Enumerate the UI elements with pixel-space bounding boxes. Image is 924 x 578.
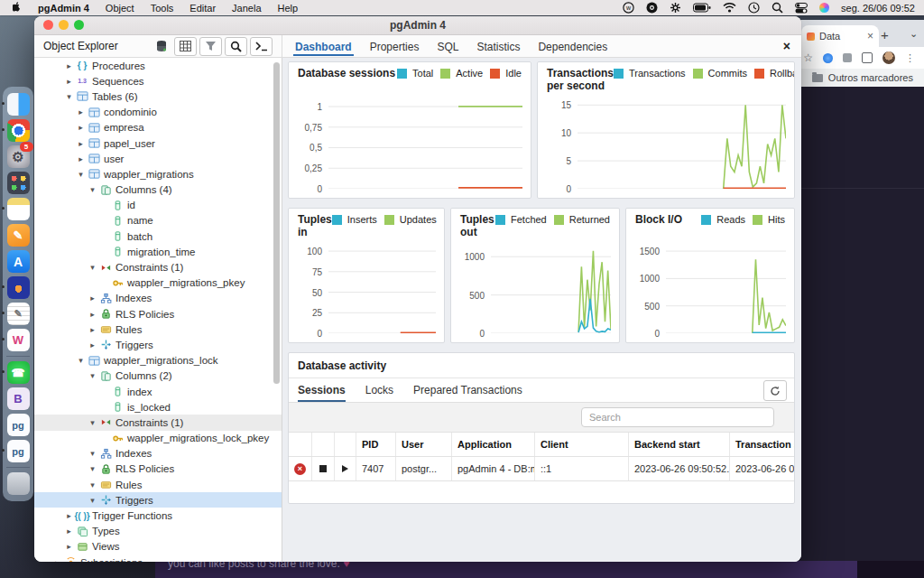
menu-app-name[interactable]: pgAdmin 4 [30, 3, 97, 14]
tree-item-columns-2-[interactable]: ▾Columns (2) [34, 368, 282, 384]
chevron-right-icon[interactable]: ▸ [75, 154, 87, 163]
chevron-down-icon[interactable]: ▾ [87, 496, 98, 505]
tree-item-wappler-migrations-lock-pkey[interactable]: wappler_migrations_lock_pkey [34, 431, 282, 446]
tree-item-tables-6-[interactable]: ▾Tables (6) [34, 89, 282, 104]
chevron-right-icon[interactable]: ▸ [63, 527, 75, 536]
column-header-pid[interactable]: PID [356, 433, 396, 456]
activity-tab-prepared-transactions[interactable]: Prepared Transactions [413, 378, 522, 402]
tree-item-subscriptions[interactable]: ▸Subscriptions [34, 555, 282, 562]
column-header-user[interactable]: User [396, 433, 452, 456]
dock-item-wappler[interactable]: W [7, 329, 30, 351]
wifi-icon[interactable] [723, 3, 736, 13]
tab-statistics[interactable]: Statistics [467, 37, 529, 56]
column-header-transaction-start[interactable]: Transaction start [730, 433, 795, 456]
chevron-right-icon[interactable]: ▸ [87, 294, 98, 303]
menu-item-tools[interactable]: Tools [143, 3, 182, 14]
tree-item-trigger-functions[interactable]: ▸{( )}Trigger Functions [34, 508, 282, 523]
tree-item-index[interactable]: index [34, 384, 282, 399]
battery-icon[interactable] [693, 3, 711, 13]
menu-asterisk-icon[interactable] [670, 2, 681, 14]
stop-icon[interactable] [319, 465, 327, 472]
extension-blue-icon[interactable] [823, 53, 833, 63]
browser-avatar[interactable] [882, 51, 895, 64]
chevron-down-icon[interactable]: ▾ [75, 170, 87, 179]
tree-item-rls-policies[interactable]: ▾RLS Policies [34, 461, 282, 477]
chevron-right-icon[interactable]: ▸ [87, 325, 98, 334]
dock-item-settings[interactable]: ⚙5 [7, 145, 30, 168]
browser-menu-icon[interactable]: ⋮ [905, 52, 915, 64]
chevron-right-icon[interactable]: ▸ [75, 139, 87, 148]
tree-item-indexes[interactable]: ▸Indexes [34, 291, 282, 306]
chevron-right-icon[interactable]: ▸ [63, 61, 75, 70]
tab-list-chevron-icon[interactable]: ⌄ [910, 28, 918, 40]
chevron-down-icon[interactable]: ▾ [63, 92, 75, 101]
column-header-client[interactable]: Client [535, 433, 629, 456]
tree-item-migration-time[interactable]: migration_time [34, 244, 282, 259]
new-tab-button[interactable]: + [881, 27, 889, 42]
tree-item-sequences[interactable]: ▸1.3Sequences [34, 73, 282, 89]
panel-close-icon[interactable]: × [783, 35, 801, 57]
tree-item-types[interactable]: ▸Types [34, 524, 282, 539]
chevron-down-icon[interactable]: ▾ [87, 464, 98, 473]
dock-item-finder[interactable] [7, 93, 30, 116]
chevron-right-icon[interactable]: ▸ [75, 107, 87, 117]
tree-item-papel-user[interactable]: ▸papel_user [34, 135, 282, 151]
dock-item-draw[interactable]: ✎ [7, 224, 30, 247]
zoom-window-button[interactable] [74, 20, 84, 30]
tree-item-id[interactable]: id [34, 198, 282, 213]
activity-tab-sessions[interactable]: Sessions [298, 378, 346, 402]
bookmarks-folder-label[interactable]: Outros marcadores [828, 72, 913, 83]
menu-item-editar[interactable]: Editar [181, 3, 224, 14]
dock-item-app-store[interactable]: A [7, 250, 30, 273]
tab-properties[interactable]: Properties [361, 37, 429, 56]
expand-icon[interactable] [342, 465, 348, 472]
menu-item-janela[interactable]: Janela [224, 3, 269, 14]
search-input[interactable] [581, 407, 774, 427]
tree-item-columns-4-[interactable]: ▾Columns (4) [34, 182, 282, 198]
tree-item-rules[interactable]: ▾Rules [34, 477, 282, 492]
tree-item-condominio[interactable]: ▸condominio [34, 105, 282, 120]
menu-item-help[interactable]: Help [270, 3, 307, 14]
refresh-button[interactable] [763, 380, 787, 401]
tree-item-is-locked[interactable]: is_locked [34, 399, 282, 415]
menu-item-object[interactable]: Object [97, 3, 143, 14]
tree-item-triggers[interactable]: ▸Triggers [34, 337, 282, 352]
tree-item-views[interactable]: ▸Views [34, 539, 282, 555]
tree-item-constraints-1-[interactable]: ▾Constraints (1) [34, 259, 282, 275]
tree-item-triggers[interactable]: ▾Triggers [34, 492, 282, 508]
expand-details-button[interactable] [335, 457, 356, 480]
database-stack-icon[interactable] [151, 38, 171, 55]
tree-item-wappler-migrations-lock[interactable]: ▾wappler_migrations_lock [34, 353, 282, 368]
terminal-icon[interactable] [250, 37, 273, 56]
tree-item-rules[interactable]: ▸Rules [34, 322, 282, 337]
dock-item-audacity[interactable] [7, 276, 30, 299]
chevron-down-icon[interactable]: ▾ [87, 480, 98, 489]
dock-item-bbedit[interactable]: B [7, 387, 30, 410]
dock-item-pgadmin-2[interactable]: pg [7, 440, 30, 462]
spotlight-search-icon[interactable] [772, 2, 783, 14]
close-window-button[interactable] [43, 20, 53, 30]
dock-item-textedit[interactable]: ✎ [7, 303, 30, 325]
tree-item-wappler-migrations-pkey[interactable]: wappler_migrations_pkey [34, 275, 282, 291]
chevron-down-icon[interactable]: ▾ [75, 356, 87, 365]
window-titlebar[interactable]: pgAdmin 4 [34, 16, 801, 35]
column-header-backend-start[interactable]: Backend start [629, 433, 730, 456]
grid-view-icon[interactable] [174, 37, 197, 56]
minimize-window-button[interactable] [59, 20, 69, 30]
search-icon[interactable] [225, 37, 247, 56]
tree-item-wappler-migrations[interactable]: ▾wappler_migrations [34, 166, 282, 182]
menu-clock[interactable]: seg. 26/06 09:52 [841, 3, 915, 14]
tree-item-constraints-1-[interactable]: ▾Constraints (1) [34, 415, 282, 430]
tab-dashboard[interactable]: Dashboard [286, 37, 361, 56]
tab-close-icon[interactable]: × [867, 30, 873, 42]
bookmark-star-icon[interactable]: ☆ [803, 51, 813, 64]
dock-item-notes[interactable] [7, 198, 30, 220]
apple-menu-icon[interactable] [13, 2, 23, 14]
siri-icon[interactable] [819, 3, 829, 13]
chevron-down-icon[interactable]: ▾ [87, 263, 98, 272]
tree-scrollbar[interactable] [273, 62, 280, 384]
dock-item-launchpad[interactable] [7, 172, 30, 194]
control-center-icon[interactable] [795, 3, 808, 14]
tab-sql[interactable]: SQL [428, 37, 467, 56]
chevron-down-icon[interactable]: ▾ [87, 418, 98, 427]
